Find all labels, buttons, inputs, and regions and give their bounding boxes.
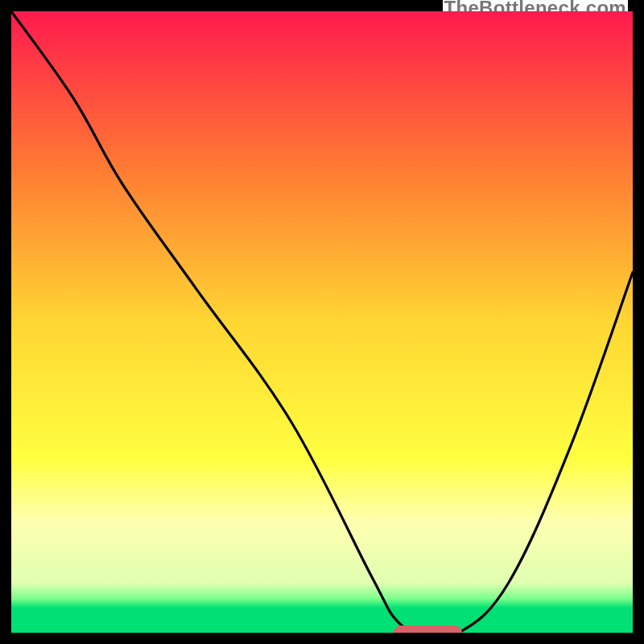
chart-wrapper: TheBottleneck.com [0, 0, 644, 644]
plot-area [11, 11, 633, 633]
gradient-background [11, 11, 633, 633]
plot-svg [11, 11, 633, 633]
optimal-marker [394, 625, 462, 633]
